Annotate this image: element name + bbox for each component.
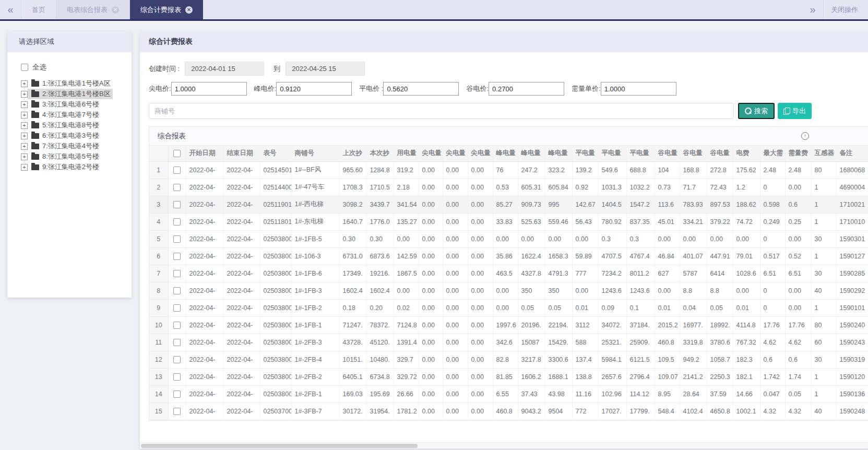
tree-node[interactable]: 5:张江集电港8号楼 <box>28 120 101 131</box>
sharp-price-group: 尖电价: <box>149 82 247 96</box>
peak-price-input[interactable] <box>276 82 352 96</box>
tab-home-label: 首页 <box>32 5 45 15</box>
tree-item-label[interactable]: 3:张江集电港6号楼 <box>42 100 99 109</box>
demand-price-input[interactable] <box>601 82 676 96</box>
expand-tabs-icon[interactable]: » <box>802 0 823 19</box>
sharp-price-input[interactable] <box>171 82 247 96</box>
select-all-rows-checkbox[interactable] <box>173 150 181 157</box>
horizontal-scrollbar[interactable] <box>140 442 868 448</box>
tab-home[interactable]: 首页 <box>21 0 56 19</box>
date-to-field[interactable]: 2022-04-25 15 <box>286 62 365 76</box>
row-checkbox[interactable] <box>173 218 181 226</box>
expand-icon[interactable]: + <box>21 164 28 171</box>
table-cell: 6.51 <box>785 265 811 282</box>
table-cell: 30172. <box>339 402 366 420</box>
select-all-row[interactable]: 全选 <box>21 63 126 72</box>
table-cell: 2022-04- <box>223 385 260 402</box>
table-cell: 3780.6 <box>707 334 733 351</box>
tree-item-label[interactable]: 2:张江集电港1号楼B区 <box>42 89 111 99</box>
row-checkbox[interactable] <box>173 356 181 363</box>
row-checkbox[interactable] <box>173 322 181 329</box>
table-cell: 2022-04- <box>186 230 223 247</box>
table-cell: 0.00 <box>443 368 468 385</box>
row-checkbox[interactable] <box>173 235 181 243</box>
date-from-field[interactable]: 2022-04-01 15 <box>185 62 264 76</box>
expand-icon[interactable]: + <box>21 143 28 150</box>
search-input[interactable] <box>149 103 734 119</box>
table-cell: 0.598 <box>760 196 785 213</box>
tree-node[interactable]: 1:张江集电港1号楼A区 <box>28 78 113 89</box>
close-icon[interactable]: ✕ <box>112 6 119 14</box>
tree-node[interactable]: 7:张江集电港4号楼 <box>28 141 101 151</box>
table-cell: 3098.2 <box>339 196 366 213</box>
expand-icon[interactable]: + <box>21 101 28 108</box>
created-time-label: 创建时间 : <box>149 64 180 74</box>
table-cell: 1997.6 <box>493 316 518 334</box>
folder-icon <box>31 133 39 139</box>
row-checkbox[interactable] <box>173 287 181 294</box>
valley-price-input[interactable] <box>489 82 564 96</box>
expand-icon[interactable]: + <box>21 133 28 139</box>
close-operations-menu[interactable]: 关闭操作 <box>823 0 868 19</box>
expand-icon[interactable]: + <box>21 80 28 87</box>
table-cell: 0.3 <box>598 230 626 247</box>
table-cell: 767.32 <box>733 334 760 351</box>
tree-node[interactable]: 4:张江集电港7号楼 <box>28 110 101 120</box>
search-button[interactable]: 搜索 <box>738 103 775 119</box>
tree-item-label[interactable]: 5:张江集电港8号楼 <box>42 121 99 130</box>
tree-node[interactable]: 3:张江集电港6号楼 <box>28 99 101 110</box>
close-icon[interactable]: ✕ <box>185 6 193 14</box>
table-cell: 1#-1FB-2 <box>291 299 339 316</box>
scrollbar-thumb[interactable] <box>141 444 418 448</box>
table-cell: 1#-3FB-7 <box>291 402 339 420</box>
table-cell: 2657.6 <box>598 368 626 385</box>
column-header: 峰电量 <box>518 146 545 161</box>
table-cell: 0.09 <box>598 299 626 316</box>
collapse-panel-icon[interactable]: ↑ <box>801 132 809 140</box>
tree-node[interactable]: 9:张江集电港2号楼 <box>28 162 101 172</box>
row-checkbox[interactable] <box>173 408 181 415</box>
tree-item-label[interactable]: 8:张江集电港5号楼 <box>42 152 99 161</box>
table-cell: 0.00 <box>733 230 760 247</box>
row-checkbox[interactable] <box>173 373 181 381</box>
tab-meter-report[interactable]: 电表综合报表 ✕ <box>56 0 130 19</box>
row-checkbox[interactable] <box>173 167 181 174</box>
table-cell: 0.1 <box>626 299 655 316</box>
expand-icon[interactable]: + <box>21 122 28 129</box>
row-checkbox[interactable] <box>173 184 181 191</box>
table-cell: 1590120 <box>836 368 868 385</box>
row-checkbox[interactable] <box>173 304 181 312</box>
table-cell: 1058.7 <box>707 351 733 368</box>
tab-billing-report[interactable]: 综合计费报表 ✕ <box>130 0 203 19</box>
table-cell: 1680068 <box>836 161 868 179</box>
tree-node[interactable]: 8:张江集电港5号楼 <box>28 151 101 162</box>
row-checkbox-cell <box>168 385 186 402</box>
tree-item-label[interactable]: 4:张江集电港7号楼 <box>42 110 99 120</box>
table-cell: 2022-04- <box>223 316 260 334</box>
tree-item-label[interactable]: 9:张江集电港2号楼 <box>42 162 99 172</box>
expand-icon[interactable]: + <box>21 112 28 119</box>
table-cell: 6414 <box>707 265 733 282</box>
tree-item-label[interactable]: 1:张江集电港1号楼A区 <box>42 79 111 88</box>
table-cell: 1640.7 <box>339 213 366 230</box>
tree-node[interactable]: 2:张江集电港1号楼B区 <box>28 89 113 99</box>
tree-node[interactable]: 6:张江集电港3号楼 <box>28 131 101 141</box>
row-checkbox[interactable] <box>173 201 181 208</box>
sharp-price-label: 尖电价: <box>149 84 171 93</box>
expand-icon[interactable]: + <box>21 91 28 98</box>
search-button-label: 搜索 <box>754 106 768 116</box>
select-all-checkbox[interactable] <box>21 64 28 71</box>
table-cell: 78372. <box>366 316 394 334</box>
export-button[interactable]: 导出 <box>778 103 812 119</box>
tree-item-label[interactable]: 6:张江集电港3号楼 <box>42 131 99 140</box>
collapse-tabs-icon[interactable]: « <box>0 0 21 19</box>
expand-icon[interactable]: + <box>21 153 28 160</box>
row-number: 4 <box>149 213 168 230</box>
row-checkbox[interactable] <box>173 339 181 346</box>
row-checkbox[interactable] <box>173 270 181 277</box>
flat-price-input[interactable] <box>383 82 459 96</box>
row-checkbox[interactable] <box>173 390 181 398</box>
tree-item-label[interactable]: 7:张江集电港4号楼 <box>42 141 99 151</box>
row-checkbox[interactable] <box>173 253 181 260</box>
table-cell: 169.03 <box>339 385 366 402</box>
